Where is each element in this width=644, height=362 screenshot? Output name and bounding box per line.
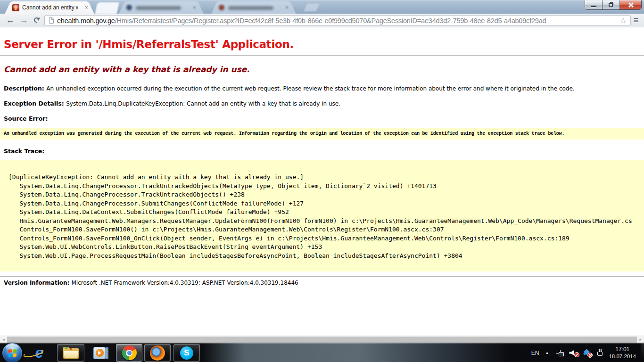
url-text: ehealth.moh.gov.ge/Hmis/Referralstest/Pa… [57,17,616,25]
folder-icon [63,347,79,359]
minimize-icon [591,6,596,7]
active-tab[interactable]: Cannot add an entity with × [5,1,94,14]
tab-close-icon[interactable]: × [193,4,196,11]
stack-trace-box: [DuplicateKeyException: Cannot add an en… [0,160,644,272]
tab-title: Cannot add an entity with [22,4,78,11]
start-button[interactable] [1,344,23,362]
language-indicator[interactable]: EN [531,350,539,356]
stack-trace-heading: Stack Trace: [4,148,640,155]
forward-button[interactable]: → [18,14,30,26]
bookmark-star-icon[interactable]: ☆ [620,16,627,25]
stack-trace-line: System.Web.UI.WebControls.LinkButton.Rai… [8,243,644,252]
scroll-left-icon[interactable]: ◂ [0,336,7,343]
stack-trace-line: System.Data.Linq.DataContext.SubmitChang… [8,208,644,217]
stack-trace-line: Controls_FormN100.SaveFormN100() in c:\P… [8,225,644,234]
window-controls [585,0,642,10]
stack-trace-line: Hmis.GuaranteeManagement.Web.Managers.Re… [8,217,644,226]
reload-icon[interactable] [33,16,40,24]
stack-trace-line: System.Data.Linq.ChangeProcessor.TrackUn… [8,182,644,191]
divider [0,276,644,277]
stack-trace-line: [DuplicateKeyException: Cannot add an en… [8,173,644,182]
tray-date: 18.07.2014 [609,353,636,360]
blurred-favicon [219,5,224,10]
chrome-menu-icon[interactable]: ≡ [631,15,641,25]
taskbar-internet-explorer[interactable]: e [27,344,51,362]
taskbar-firefox[interactable] [144,344,171,362]
back-button[interactable]: ← [4,14,17,26]
show-desktop-button[interactable] [641,343,644,362]
error-message: Cannot add an entity with a key that is … [4,65,640,74]
description-line: Description: An unhandled exception occu… [4,85,640,92]
taskbar-skype[interactable]: S [173,344,200,362]
version-line: Version Information: Microsoft .NET Fram… [4,280,640,286]
volume-muted-icon[interactable] [569,349,578,356]
url-host: ehealth.moh.gov.ge [57,17,115,25]
media-player-icon [93,346,107,360]
blurred-tab-title [228,6,273,10]
divider [0,55,644,56]
taskbar-media-player[interactable] [88,344,112,362]
tray-time: 17:01 [609,346,636,353]
page-title: Server Error in '/Hmis/ReferralsTest' Ap… [4,38,640,50]
background-tab[interactable]: × [211,1,296,14]
horizontal-scrollbar[interactable]: ◂ ▸ [0,336,644,343]
chrome-icon [122,346,137,360]
restore-icon [609,3,613,7]
desktop: Cannot add an entity with × × × ← → ehea… [0,0,644,362]
blurred-favicon [126,5,132,10]
tray-expand-icon[interactable]: ▲ [545,351,549,355]
browser-tab-strip: Cannot add an entity with × × × [0,0,644,14]
stack-trace-line: System.Data.Linq.ChangeProcessor.TrackUn… [8,190,644,199]
skype-icon: S [180,346,193,360]
restore-button[interactable] [603,0,620,9]
browser-toolbar: ← → ehealth.moh.gov.ge/Hmis/Referralstes… [0,14,644,27]
exception-text: System.Data.Linq.DuplicateKeyException: … [66,100,340,107]
version-text: Microsoft .NET Framework Version:4.0.303… [72,280,298,286]
scroll-right-icon[interactable]: ▸ [637,336,644,343]
system-tray: EN ▲ 17:01 18.07.2014 [531,343,644,362]
blurred-region [95,2,119,14]
stack-trace-line: System.Data.Linq.ChangeProcessor.SubmitC… [8,199,644,208]
new-tab-button[interactable] [304,4,319,11]
taskbar-windows-explorer[interactable] [57,344,84,362]
stack-trace-line: System.Web.UI.Page.ProcessRequestMain(Bo… [8,252,644,261]
tray-clock[interactable]: 17:01 18.07.2014 [609,346,636,360]
page-icon [49,17,54,24]
blurred-tab-title [136,6,181,10]
tab-close-icon[interactable]: × [84,4,88,11]
dropbox-error-icon[interactable] [584,349,592,357]
source-error-box: An unhandled exception was generated dur… [0,128,644,140]
taskbar: e S EN ▲ 17 [0,343,644,362]
network-icon[interactable] [556,350,564,356]
scrollbar-thumb[interactable] [7,337,637,343]
windows-logo-icon [2,343,22,362]
tab-close-icon[interactable]: × [285,4,289,11]
stack-trace-line: Controls_FormN100.SaveFormN100_OnClick(O… [8,234,644,243]
minimize-button[interactable] [585,0,603,9]
exception-line: Exception Details: System.Data.Linq.Dupl… [4,100,640,107]
exception-label: Exception Details: [4,100,66,107]
description-label: Description: [4,85,46,92]
source-error-heading: Source Error: [4,115,640,122]
close-icon [628,2,633,8]
firefox-icon [150,346,165,361]
taskbar-chrome-active[interactable] [116,344,142,362]
power-plug-icon[interactable] [597,349,603,357]
error-page: Server Error in '/Hmis/ReferralsTest' Ap… [0,28,644,336]
address-bar[interactable]: ehealth.moh.gov.ge/Hmis/Referralstest/Pa… [44,15,631,26]
site-favicon [12,4,19,11]
background-tab[interactable]: × [119,1,204,14]
url-path: /Hmis/Referralstest/Pages/Register.aspx?… [115,17,546,25]
version-label: Version Information: [4,280,72,286]
close-button[interactable] [620,0,641,9]
description-text: An unhandled exception occurred during t… [46,85,574,92]
